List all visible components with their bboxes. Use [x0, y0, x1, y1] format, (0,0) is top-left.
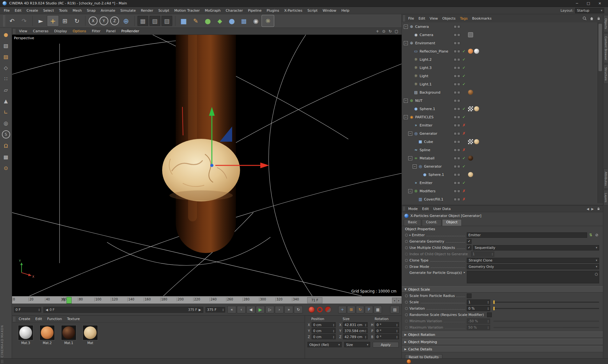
expander-toggle[interactable]	[408, 82, 412, 86]
field-spinner[interactable]	[396, 335, 397, 338]
menu-item[interactable]: Motion Tracker	[172, 8, 202, 14]
object-label[interactable]: NUT	[415, 99, 422, 103]
tree-row[interactable]: ◉ Camera	[402, 31, 598, 39]
object-label[interactable]: Emitter	[420, 123, 433, 127]
materials-menu-item[interactable]: Edit	[33, 316, 45, 322]
viewport-menu-item[interactable]: Panel	[103, 28, 118, 34]
timeline-playhead[interactable]	[66, 297, 72, 304]
expander-toggle[interactable]	[408, 123, 412, 127]
object-manager-menu-item[interactable]: Tags	[458, 15, 470, 22]
prev-key-button[interactable]: ‹	[237, 306, 246, 313]
materials-grip[interactable]	[13, 317, 15, 321]
viewport-menu-item[interactable]: Cameras	[30, 28, 51, 34]
pick-object-icon[interactable]: ⇅	[588, 233, 593, 237]
lock-y-axis-button[interactable]: Y	[99, 16, 108, 25]
object-label[interactable]: Modifiers	[420, 189, 435, 193]
anim-toggle[interactable]	[405, 313, 408, 316]
field-spinner[interactable]	[333, 323, 334, 326]
size-mode-dropdown[interactable]: Size	[344, 342, 370, 347]
snap-toggle-button[interactable]: S	[2, 130, 10, 139]
timeline-scrub-bar[interactable]: ◀ 0 F 375 F ▶	[43, 307, 203, 313]
object-label[interactable]: Emitter	[420, 181, 433, 185]
object-manager-menu-item[interactable]: File	[406, 15, 416, 22]
visibility-dots[interactable]	[454, 34, 461, 36]
expander-toggle[interactable]	[408, 148, 412, 152]
expander-toggle[interactable]: −	[408, 132, 412, 136]
field-spinner[interactable]	[365, 323, 366, 326]
viewport-menubar-grip[interactable]	[13, 29, 15, 34]
object-label[interactable]: Reflection_Plane	[420, 49, 448, 53]
draw-spline-button[interactable]: ✎	[190, 15, 202, 27]
enable-toggle[interactable]: ✗	[461, 131, 467, 136]
enable-toggle[interactable]: ✓	[461, 156, 467, 160]
gizmo-center-point[interactable]	[210, 164, 213, 167]
material-item[interactable]: Mat.2	[39, 325, 56, 345]
rotation-field[interactable]: 0 °	[375, 322, 399, 327]
material-thumbnail[interactable]	[61, 325, 76, 340]
edges-mode-button[interactable]: ▱	[1, 85, 11, 95]
dock-tab[interactable]: Objects	[604, 15, 608, 32]
pan-view-icon[interactable]: +	[374, 28, 381, 34]
section-expand-icon[interactable]: ▶	[404, 348, 407, 351]
tree-row[interactable]: − ⊕ Enviroment	[402, 39, 598, 47]
attributes-menu-item[interactable]: User Data	[431, 206, 453, 212]
visibility-dots[interactable]	[454, 190, 461, 193]
menu-item[interactable]: Mesh	[70, 8, 84, 14]
mini-scale-button[interactable]: ⊞	[347, 306, 355, 313]
section-object-scale[interactable]: ▼ Object Scale	[402, 286, 603, 293]
anim-toggle[interactable]	[405, 265, 408, 268]
material-thumbnail[interactable]	[18, 325, 33, 340]
viewport-view-label[interactable]: Perspective	[14, 36, 34, 40]
tag-icon[interactable]	[468, 106, 473, 111]
add-primitive-button[interactable]: ■	[178, 15, 190, 27]
simulate-button[interactable]: ●	[226, 15, 238, 27]
object-label[interactable]: Cover/Fill.1	[424, 197, 443, 201]
toolbar-grip[interactable]	[3, 15, 5, 27]
menu-item[interactable]: Help	[339, 8, 352, 14]
viewport-canvas[interactable]: Y X	[12, 35, 402, 296]
object-manager-menu-item[interactable]: Bookmarks	[470, 15, 494, 22]
tree-row[interactable]: » Emitter ✓	[402, 179, 598, 187]
toolbar-separator[interactable]	[134, 16, 135, 26]
viewport-menu-item[interactable]: View	[16, 28, 30, 34]
dock-tab[interactable]: Layers	[604, 190, 608, 206]
play-button[interactable]: ▶	[256, 306, 265, 313]
field-spinner[interactable]	[396, 329, 397, 332]
position-field[interactable]: 0 cm	[312, 322, 336, 327]
position-field[interactable]: 0 cm	[312, 334, 336, 339]
anim-toggle[interactable]	[405, 246, 408, 249]
toolbar-separator[interactable]	[85, 16, 86, 26]
mini-rotate-button[interactable]: ↻	[356, 306, 364, 313]
collapsed-section-header[interactable]: ▶ Object Rotation	[402, 331, 603, 338]
scrub-left-arrow-icon[interactable]: ◀	[46, 308, 48, 312]
polygons-mode-button[interactable]: ▲	[1, 96, 11, 106]
clear-link-icon[interactable]: ⊘	[594, 233, 599, 237]
toggle-view-icon[interactable]: ▢	[393, 28, 400, 34]
expander-toggle[interactable]: −	[408, 189, 412, 193]
mini-move-button[interactable]: +	[338, 306, 346, 313]
use-multiple-checkbox[interactable]: ✓	[467, 245, 472, 250]
camera-button[interactable]: ◉	[250, 15, 262, 27]
zoom-view-icon[interactable]: ⊙	[381, 28, 387, 34]
tree-row[interactable]: ● Sphere.1	[402, 170, 598, 179]
object-label[interactable]: Light.3	[420, 66, 432, 70]
expander-toggle[interactable]: −	[413, 164, 417, 169]
expander-toggle[interactable]	[417, 173, 421, 177]
coordinate-mode-dropdown[interactable]: Object (Rel)	[307, 342, 342, 347]
undo-button[interactable]: ↶	[6, 15, 18, 27]
collapsed-section-header[interactable]: ▶ Object Morphing	[402, 339, 603, 345]
apply-button[interactable]: Apply	[373, 342, 399, 348]
subdivision-surface-button[interactable]: ●	[202, 15, 214, 27]
field-spinner[interactable]	[396, 323, 397, 326]
toolbar-separator[interactable]	[32, 16, 33, 26]
goto-start-button[interactable]: «	[227, 306, 236, 313]
expander-toggle[interactable]	[408, 74, 412, 78]
anim-toggle[interactable]	[405, 301, 408, 304]
menu-item[interactable]: Snap	[84, 8, 98, 14]
menu-item[interactable]: MoGraph	[202, 8, 223, 14]
anim-toggle[interactable]	[405, 294, 408, 297]
randomise-scale-checkbox[interactable]	[487, 312, 492, 317]
enable-toggle[interactable]: ✓	[461, 115, 467, 119]
object-label[interactable]: Metaball	[420, 156, 434, 160]
end-frame-field[interactable]: 375 F	[206, 307, 225, 312]
